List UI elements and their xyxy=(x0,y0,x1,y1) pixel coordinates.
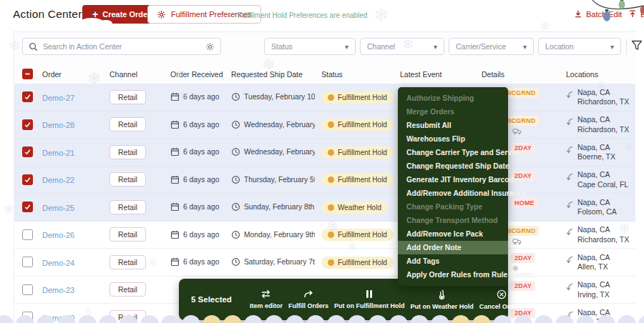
column-header-order-received: Order Received xyxy=(170,70,231,79)
calendar-icon xyxy=(170,202,180,212)
menu-item-add-order-note[interactable]: Add Order Note xyxy=(398,241,508,254)
truck-icon xyxy=(512,238,522,245)
row-checkbox[interactable] xyxy=(22,284,33,295)
action-cancel-orders[interactable]: Cancel Orders xyxy=(477,289,527,310)
row-checkbox[interactable] xyxy=(22,312,33,322)
menu-item-change-packing-type: Change Packing Type xyxy=(398,200,508,214)
ship-date-cell: Sunday, February 8th xyxy=(231,202,315,212)
row-checkbox[interactable] xyxy=(22,174,33,185)
action-put-on-weather-hold[interactable]: Put on Weather Hold xyxy=(407,289,476,310)
channel-chip: Retail xyxy=(109,227,146,242)
menu-item-add-remove-additional-insurance[interactable]: Add/Remove Additional Insurance xyxy=(398,187,508,200)
menu-item-add-remove-ice-pack[interactable]: Add/Remove Ice Pack xyxy=(398,227,508,241)
channel-cell: Retail xyxy=(109,227,170,242)
order-cell: Demo-23 xyxy=(42,283,109,296)
route-arrow-icon xyxy=(566,256,574,265)
status-badge-hold: Fulfillment Hold xyxy=(321,174,394,186)
order-link[interactable]: Demo-21 xyxy=(42,149,74,157)
row-checkbox-cell xyxy=(22,119,42,130)
menu-item-warehouses-flip[interactable]: Warehouses Flip xyxy=(398,132,508,146)
action-fulfill-orders[interactable]: Fulfill Orders xyxy=(286,290,331,309)
history-clock-icon xyxy=(231,175,240,184)
order-link[interactable]: Demo-23 xyxy=(42,286,74,294)
row-checkbox[interactable] xyxy=(22,229,33,240)
route-arrow-icon xyxy=(566,91,574,100)
menu-item-change-requested-ship-date[interactable]: Change Requested Ship Date xyxy=(398,159,508,173)
table-row: Demo-27Retail6 days agoTuesday, February… xyxy=(14,84,635,111)
order-link[interactable]: Demo-28 xyxy=(42,121,74,129)
action-label: Item editor xyxy=(250,302,283,309)
status-dot-icon xyxy=(328,177,334,183)
row-checkbox[interactable] xyxy=(22,257,33,267)
location-to: Allen, TX xyxy=(577,262,610,272)
menu-item-change-carrier-type-and-service[interactable]: Change Carrier Type and Service xyxy=(398,146,508,159)
status-badge-hold: Fulfillment Hold xyxy=(321,119,394,131)
location-to: Richardson, TX xyxy=(577,125,629,135)
search-settings-gear-icon[interactable] xyxy=(205,42,215,51)
search-input[interactable] xyxy=(43,42,200,51)
order-link[interactable]: Demo-25 xyxy=(42,204,74,212)
location-to: Richardson, TX xyxy=(577,97,629,107)
row-checkbox-cell xyxy=(22,174,42,185)
status-cell: Fulfillment Hold xyxy=(315,146,400,159)
history-clock-icon xyxy=(231,202,240,212)
received-text: 6 days ago xyxy=(183,258,219,266)
action-item-editor[interactable]: Item editor xyxy=(247,289,286,309)
order-cell: Demo-25 xyxy=(42,201,109,214)
channel-cell: Retail xyxy=(109,145,170,159)
select-all-cell xyxy=(22,69,42,79)
status-dot-icon xyxy=(328,149,334,156)
channel-cell: Retail xyxy=(109,172,170,187)
row-checkbox[interactable] xyxy=(22,146,33,157)
locations-cell: Napa, CAKaty, TX xyxy=(566,307,635,323)
received-text: 6 days ago xyxy=(183,148,219,156)
order-link[interactable]: Demo-26 xyxy=(42,231,74,239)
status-badge-hold: Fulfillment Hold xyxy=(321,91,394,104)
batch-edit-button[interactable]: Batch Edit xyxy=(574,9,622,19)
order-link[interactable]: Demo-20 xyxy=(42,314,74,322)
menu-item-resubmit-all[interactable]: Resubmit All xyxy=(398,119,508,132)
export-button[interactable]: Export xyxy=(628,9,644,19)
menu-item-add-tags[interactable]: Add Tags xyxy=(398,254,508,268)
status-text: Fulfillment Hold xyxy=(338,121,387,129)
select-all-checkbox[interactable] xyxy=(22,69,33,79)
route-arrow-icon xyxy=(566,311,574,320)
ship-date-cell: Wednesday, February … xyxy=(231,120,315,129)
status-dot-icon xyxy=(328,232,334,238)
check-icon: ✓ xyxy=(228,11,234,20)
row-checkbox-cell xyxy=(22,312,42,322)
action-label: Cancel Orders xyxy=(479,303,524,310)
menu-item-generate-jit-inventory-barcodes[interactable]: Generate JIT Inventory Barcodes xyxy=(398,173,508,187)
location-from: Napa, CA xyxy=(577,308,610,318)
channel-chip: Retail xyxy=(109,282,146,297)
ship-date-cell: Saturday, February 7th xyxy=(231,257,315,267)
row-checkbox[interactable] xyxy=(22,202,33,212)
status-dot-icon xyxy=(328,259,334,266)
filter-dropdown-location[interactable]: Location▾ xyxy=(538,38,621,55)
order-received-cell: 6 days ago xyxy=(170,147,231,156)
route-arrow-icon xyxy=(566,201,574,210)
ship-date-cell: Monday, February 9th xyxy=(231,230,315,239)
order-link[interactable]: Demo-27 xyxy=(42,94,74,102)
filter-dropdown-channel[interactable]: Channel▾ xyxy=(360,38,444,55)
row-checkbox[interactable] xyxy=(22,91,33,102)
filter-funnel-icon[interactable] xyxy=(631,40,643,51)
row-checkbox-cell xyxy=(22,202,42,212)
more-actions-kebab-icon[interactable] xyxy=(529,294,540,304)
row-checkbox[interactable] xyxy=(22,119,33,130)
order-link[interactable]: Demo-24 xyxy=(42,259,74,267)
search-box[interactable] xyxy=(22,38,221,55)
column-header-locations: Locations xyxy=(566,70,635,79)
locations-cell: Napa, CAAllen, TX xyxy=(566,252,635,272)
status-text: Fulfillment Hold xyxy=(338,231,387,239)
filter-dropdown-carrier-service[interactable]: Carrier/Service▾ xyxy=(449,38,534,55)
order-link[interactable]: Demo-22 xyxy=(42,176,74,184)
ship-date-text: Wednesday, February … xyxy=(244,148,315,156)
locations-text: Napa, CARichardson, TX xyxy=(577,225,629,244)
menu-item-apply-order-rules-from-rule-center[interactable]: Apply Order Rules from Rule Center xyxy=(398,268,508,282)
route-arrow-icon xyxy=(566,228,574,237)
action-put-on-fulfillment-hold[interactable]: Put on Fulfillment Hold xyxy=(331,289,408,309)
filter-dropdown-status[interactable]: Status▾ xyxy=(264,38,356,55)
action-label: Put on Weather Hold xyxy=(410,303,473,310)
table-row: Demo-21Retail6 days agoWednesday, Februa… xyxy=(14,139,635,167)
